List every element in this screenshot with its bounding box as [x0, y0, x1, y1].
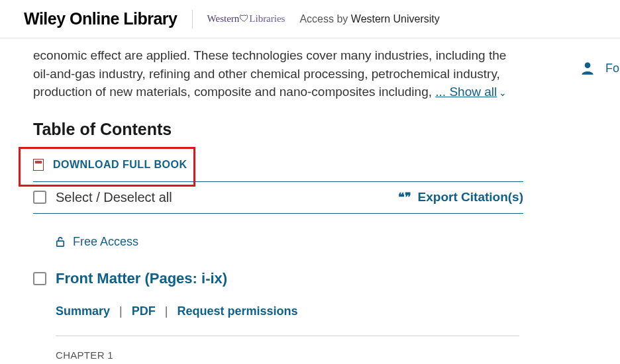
select-all-checkbox[interactable]	[33, 191, 46, 204]
download-section: DOWNLOAD FULL BOOK	[33, 151, 523, 182]
request-permissions-link[interactable]: Request permissions	[177, 304, 297, 318]
right-panel: For a	[579, 60, 620, 77]
free-access-label: Free Access	[73, 235, 138, 249]
chapter-title-link[interactable]: Front Matter (Pages: i-ix)	[56, 270, 227, 287]
separator: |	[165, 304, 168, 318]
divider	[192, 10, 193, 28]
svg-point-0	[585, 62, 591, 68]
show-all-link[interactable]: ... Show all	[435, 85, 497, 99]
divider	[56, 336, 519, 336]
chapter-checkbox[interactable]	[33, 272, 46, 285]
brand-logo[interactable]: Wiley Online Library	[24, 9, 178, 28]
select-all-label: Select / Deselect all	[56, 190, 172, 205]
site-header: Wiley Online Library Western🛡Libraries A…	[0, 0, 620, 38]
chevron-down-icon: ⌄	[499, 87, 507, 98]
institution-name: Western University	[351, 13, 440, 24]
summary-link[interactable]: Summary	[56, 304, 110, 318]
quote-icon: ❝❞	[398, 190, 411, 205]
chapter-row: Front Matter (Pages: i-ix)	[33, 270, 587, 287]
separator: |	[119, 304, 123, 318]
access-by-label: Access by Western University	[299, 13, 439, 25]
unlock-icon	[56, 236, 65, 247]
main-content: For a economic effect are applied. These…	[0, 46, 620, 361]
export-citations-link[interactable]: ❝❞ Export Citation(s)	[398, 190, 523, 205]
abstract-text: economic effect are applied. These techn…	[33, 46, 510, 101]
free-access-row: Free Access	[56, 235, 587, 249]
chapter-label: CHAPTER 1	[56, 349, 587, 361]
select-row: Select / Deselect all ❝❞ Export Citation…	[33, 182, 523, 214]
download-full-book-link[interactable]: DOWNLOAD FULL BOOK	[33, 159, 187, 171]
institution-logo: Western🛡Libraries	[207, 13, 285, 24]
user-icon[interactable]	[579, 60, 596, 77]
toc-heading: Table of Contents	[33, 120, 587, 139]
pdf-link[interactable]: PDF	[132, 304, 156, 318]
svg-rect-1	[57, 241, 64, 246]
for-authors-link[interactable]: For a	[605, 62, 620, 75]
pdf-icon	[33, 159, 44, 171]
institution-logo-suffix: 🛡Libraries	[239, 13, 285, 24]
chapter-links: Summary | PDF | Request permissions	[56, 304, 587, 318]
